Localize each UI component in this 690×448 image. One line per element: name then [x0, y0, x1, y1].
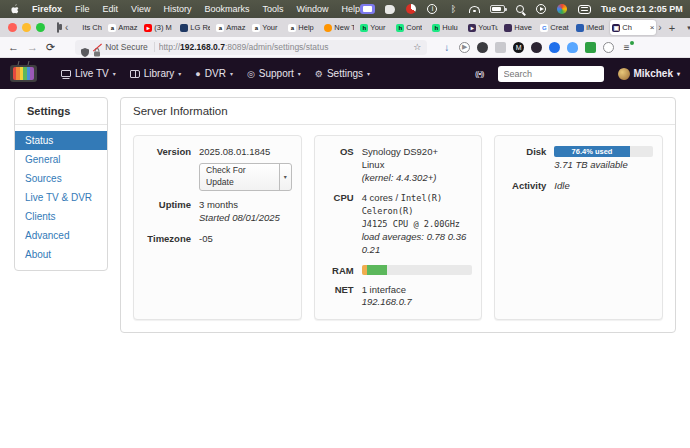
browser-tab[interactable]: LG Re: [178, 20, 212, 35]
menu-history[interactable]: History: [163, 4, 191, 14]
sidebar-item-general[interactable]: General: [15, 150, 107, 169]
purple-extension-icon[interactable]: [531, 42, 542, 53]
server-information-panel: Server Information Version 2025.08.01.18…: [120, 97, 676, 333]
shape-status-icon[interactable]: [385, 4, 396, 15]
display-icon: [61, 70, 71, 77]
m-extension-icon[interactable]: M: [513, 42, 524, 53]
check-for-update-button[interactable]: Check For Update ▾: [199, 163, 292, 191]
one-password-icon[interactable]: [406, 4, 417, 15]
browser-tab[interactable]: ▸(3) M: [142, 20, 176, 35]
control-center-icon[interactable]: [578, 4, 591, 15]
close-window-button[interactable]: [8, 23, 17, 32]
menu-edit[interactable]: Edit: [103, 4, 119, 14]
nav-support[interactable]: ◎Support▾: [247, 68, 301, 79]
sidebar-item-about[interactable]: About: [15, 245, 107, 264]
timezone-value: -05: [199, 233, 292, 246]
menu-tools[interactable]: Tools: [262, 4, 283, 14]
dark-extension-icon[interactable]: [477, 42, 488, 53]
reload-button[interactable]: ⟳: [46, 41, 55, 54]
menu-file[interactable]: File: [75, 4, 90, 14]
forward-button[interactable]: →: [27, 41, 38, 53]
insecure-lock-icon[interactable]: [93, 43, 101, 52]
tracking-shield-icon[interactable]: [81, 43, 89, 52]
google-favicon: G: [540, 24, 548, 32]
menu-view[interactable]: View: [131, 4, 150, 14]
downloads-icon[interactable]: ↓: [441, 42, 452, 53]
scroll-tabs-left-icon[interactable]: ‹: [65, 22, 68, 33]
imedia-favicon: [576, 24, 584, 32]
browser-tab[interactable]: GCreat: [538, 20, 572, 35]
timezone-label: Timezone: [143, 233, 191, 244]
settings-sidebar: Settings Status General Sources Live TV …: [14, 97, 108, 271]
search-input[interactable]: [498, 66, 604, 82]
info-status-icon[interactable]: i: [427, 4, 438, 15]
list-all-tabs-icon[interactable]: ▾: [682, 24, 690, 32]
nav-settings[interactable]: ⚙Settings▾: [315, 68, 370, 79]
browser-tab[interactable]: Its Ch: [70, 20, 104, 35]
blue-extension-icon[interactable]: [549, 42, 560, 53]
browser-tab[interactable]: hCont: [394, 20, 428, 35]
scroll-tabs-right-icon[interactable]: ›: [658, 22, 661, 33]
browser-tab[interactable]: aAmaz: [214, 20, 248, 35]
browser-tab[interactable]: aAmaz: [106, 20, 140, 35]
sidebar-item-clients[interactable]: Clients: [15, 207, 107, 226]
close-tab-icon[interactable]: ×: [650, 24, 655, 32]
video-extension-icon[interactable]: ▶: [459, 42, 470, 53]
channels-navbar: Live TV▾ Library▾ ●DVR▾ ◎Support▾ ⚙Setti…: [0, 58, 690, 89]
grey-extension-icon[interactable]: [495, 42, 506, 53]
bluetooth-icon[interactable]: ᛒ: [448, 4, 459, 15]
spotlight-search-icon[interactable]: [515, 4, 526, 15]
storage-card: Disk 76.4% used 3.71 TB available Activi…: [494, 135, 663, 320]
browser-tab[interactable]: ▸YouTu: [466, 20, 500, 35]
browser-tab[interactable]: hYour: [358, 20, 392, 35]
menu-help[interactable]: Help: [341, 4, 360, 14]
user-menu[interactable]: Mikchek▾: [618, 68, 680, 80]
page-title: Server Information: [121, 98, 675, 125]
browser-tab[interactable]: Have: [502, 20, 536, 35]
gear-icon: ⚙: [315, 69, 323, 79]
menu-window[interactable]: Window: [296, 4, 328, 14]
sidebar-item-sources[interactable]: Sources: [15, 169, 107, 188]
apple-logo-icon[interactable]: [10, 4, 19, 14]
cloud-extension-icon[interactable]: [567, 42, 578, 53]
minimize-window-button[interactable]: [22, 23, 31, 32]
nav-library[interactable]: Library▾: [130, 68, 182, 79]
menu-bar-clock[interactable]: Tue Oct 21 2:05 PM: [601, 4, 683, 14]
back-button[interactable]: ←: [8, 41, 19, 53]
sidebar-item-live-tv-dvr[interactable]: Live TV & DVR: [15, 188, 107, 207]
version-label: Version: [143, 146, 191, 157]
cpu-label: CPU: [324, 192, 354, 203]
menu-bookmarks[interactable]: Bookmarks: [204, 4, 249, 14]
update-options-caret-icon[interactable]: ▾: [279, 164, 291, 190]
screen-sharing-icon[interactable]: [360, 4, 375, 15]
browser-tab[interactable]: hHulu: [430, 20, 464, 35]
play-status-icon[interactable]: [536, 4, 547, 15]
address-bar[interactable]: Not Secure http://192.168.0.7:8089/admin…: [75, 40, 427, 55]
uptime-label: Uptime: [143, 199, 191, 210]
channels-logo-icon[interactable]: [10, 65, 37, 82]
app-menu-icon[interactable]: ≡: [621, 42, 632, 53]
broadcast-icon[interactable]: ((•)): [475, 69, 483, 78]
wifi-icon[interactable]: [469, 4, 480, 15]
browser-tab[interactable]: iMedi: [574, 20, 608, 35]
green-extension-icon[interactable]: [585, 42, 596, 53]
firefox-view-icon[interactable]: [57, 22, 59, 33]
browser-tab[interactable]: aYour: [250, 20, 284, 35]
battery-icon[interactable]: [490, 4, 505, 15]
browser-tab-active[interactable]: ▣Ch×: [610, 20, 656, 35]
nav-dvr[interactable]: ●DVR▾: [195, 68, 233, 79]
menu-firefox[interactable]: Firefox: [32, 4, 62, 14]
nav-live-tv[interactable]: Live TV▾: [61, 68, 116, 79]
ghostery-icon[interactable]: [603, 42, 614, 53]
user-avatar: [618, 68, 630, 80]
new-tab-button[interactable]: +: [664, 22, 680, 34]
browser-status-icon[interactable]: [557, 4, 568, 15]
bookmark-star-icon[interactable]: ☆: [413, 42, 421, 52]
sidebar-item-advanced[interactable]: Advanced: [15, 226, 107, 245]
window-controls: [8, 23, 45, 32]
sidebar-item-status[interactable]: Status: [15, 131, 107, 150]
zoom-window-button[interactable]: [36, 23, 45, 32]
hulu-favicon: h: [396, 24, 404, 32]
browser-tab[interactable]: aHelp: [286, 20, 320, 35]
browser-tab[interactable]: New T: [322, 20, 356, 35]
